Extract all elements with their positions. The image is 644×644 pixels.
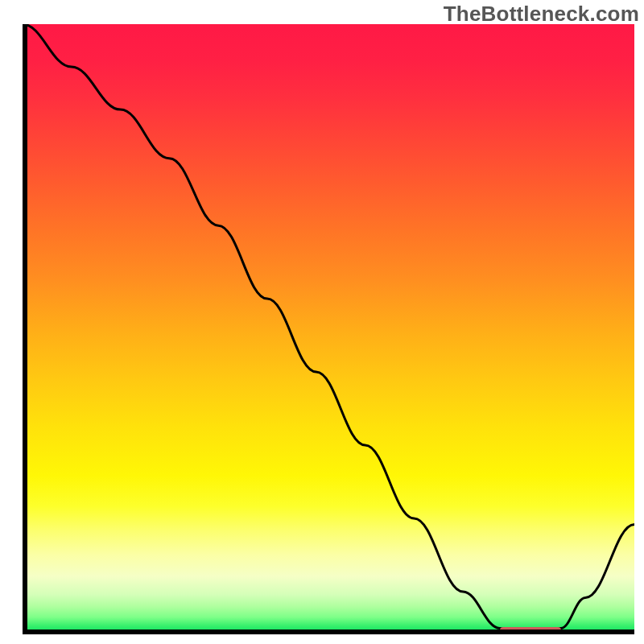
chart-background-gradient bbox=[23, 24, 634, 634]
chart-plot-area bbox=[23, 24, 634, 634]
watermark-text: TheBottleneck.com bbox=[444, 2, 639, 27]
chart-optimal-marker bbox=[500, 627, 561, 634]
